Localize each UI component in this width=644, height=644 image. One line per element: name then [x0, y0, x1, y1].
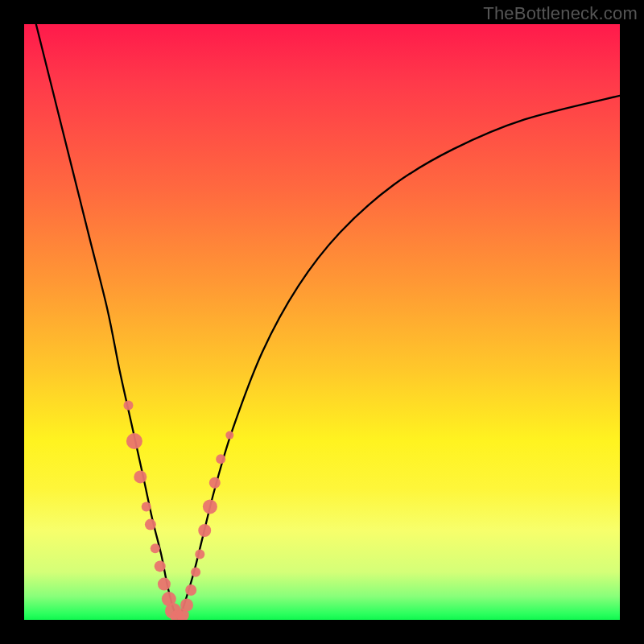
scatter-point — [124, 401, 134, 411]
chart-series-layer — [36, 24, 620, 620]
watermark-text: TheBottleneck.com — [483, 3, 638, 24]
scatter-point — [209, 477, 221, 489]
scatter-point — [185, 584, 196, 596]
scatter-point — [126, 433, 142, 449]
scatter-point — [195, 550, 204, 559]
scatter-point — [151, 543, 160, 553]
chart-frame — [24, 24, 620, 620]
chart-svg — [24, 24, 620, 620]
scatter-point — [198, 524, 211, 537]
scatter-point — [203, 499, 217, 514]
scatter-point — [155, 560, 166, 572]
scatter-point — [180, 599, 193, 612]
chart-scatter-layer — [124, 401, 234, 620]
scatter-point — [225, 431, 233, 440]
scatter-point — [145, 519, 156, 530]
series-left-branch — [36, 24, 180, 620]
scatter-point — [158, 578, 171, 591]
scatter-point — [142, 502, 151, 511]
series-right-branch — [179, 96, 620, 620]
scatter-point — [216, 454, 225, 464]
scatter-point — [134, 470, 147, 483]
scatter-point — [191, 568, 200, 577]
